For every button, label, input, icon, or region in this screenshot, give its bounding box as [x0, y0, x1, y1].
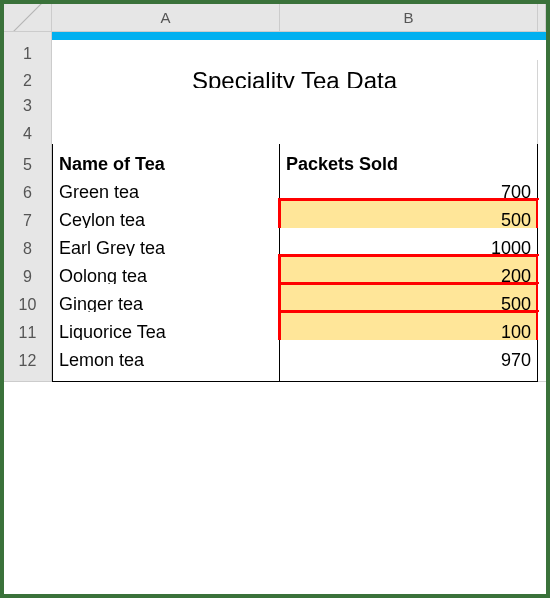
col-header-pad: [538, 4, 546, 32]
col-header-A[interactable]: A: [52, 4, 280, 32]
cell-A12[interactable]: Lemon tea: [52, 340, 280, 382]
spreadsheet-grid: A B 1 2 Speciality Tea Data 3 4 5 Name o…: [4, 4, 546, 368]
decorative-cyan-bar: [52, 32, 546, 40]
row-header-12[interactable]: 12: [4, 340, 52, 382]
spreadsheet-frame: A B 1 2 Speciality Tea Data 3 4 5 Name o…: [0, 0, 550, 598]
select-all-corner[interactable]: [4, 4, 52, 32]
cell-pad-12: [538, 340, 550, 382]
cell-B12[interactable]: 970: [280, 340, 538, 382]
col-header-B[interactable]: B: [280, 4, 538, 32]
